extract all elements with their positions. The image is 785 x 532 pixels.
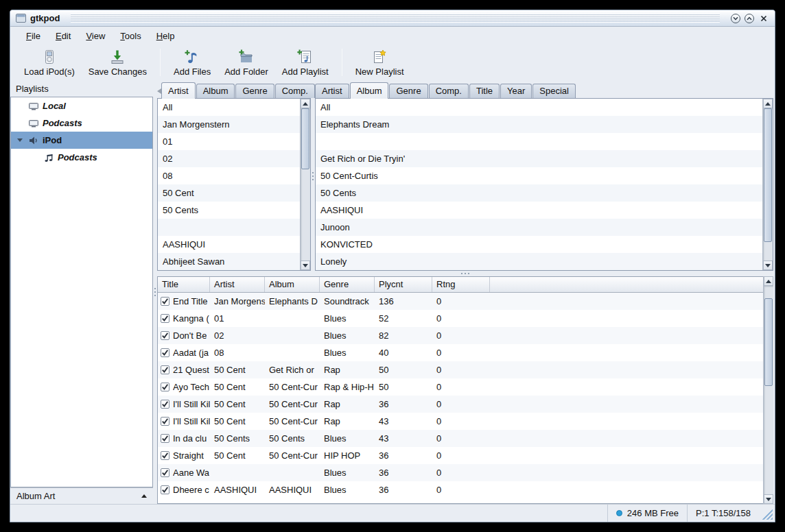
table-row[interactable]: Don't Be 02 Blues 82 0 [158,327,763,344]
tab-artist[interactable]: Artist [315,84,349,98]
table-row[interactable]: Straight 50 Cent 50 Cent-Cur HIP HOP 36 … [158,447,763,464]
filter-item[interactable]: 50 Cents [316,184,762,202]
load-ipod-button[interactable]: Load iPod(s) [17,46,82,79]
filter-item[interactable]: 50 Cents [158,202,300,219]
close-button[interactable] [758,13,769,24]
filter-item[interactable]: Jan Morgenstern [158,116,300,133]
scroll-up-icon[interactable] [301,99,310,108]
tab-album[interactable]: Album [350,82,389,99]
filter-item[interactable] [158,219,300,236]
sidebar-item-label: Podcasts [58,152,97,162]
menu-file[interactable]: File [20,29,47,43]
filter-item[interactable]: Get Rich or Die Tryin' [316,150,762,167]
tab-album[interactable]: Album [196,84,235,98]
track-checkbox[interactable] [161,297,169,306]
column-header-album[interactable]: Album [265,277,320,292]
resize-grip[interactable] [762,509,773,520]
menu-tools[interactable]: Tools [114,29,147,43]
tab-comp[interactable]: Comp. [429,84,469,98]
table-row[interactable]: Kangna ( 01 Blues 52 0 [158,310,763,327]
scroll-down-icon[interactable] [763,261,773,270]
table-row[interactable]: Aane Wa Blues 36 0 [158,464,763,481]
filter-item[interactable]: KONVICTED [316,236,762,253]
track-checkbox[interactable] [161,417,169,426]
filter-item[interactable]: Lonely [316,253,762,270]
sidebar-item-ipod[interactable]: iPod [11,132,152,149]
table-row[interactable]: I'll Still Kil 50 Cent 50 Cent-Cur Rap 4… [158,413,763,430]
filter-item[interactable]: AASHIQUI [316,202,762,219]
menu-edit[interactable]: Edit [49,29,77,43]
table-row[interactable]: End Title Jan Morgens Elephants D Soundt… [158,293,763,310]
table-row[interactable]: In da clu 50 Cents 50 Cents Blues 43 0 [158,430,763,447]
tab-title[interactable]: Title [469,84,500,98]
table-row[interactable]: 21 Quest 50 Cent Get Rich or Rap 50 0 [158,361,763,378]
filter-item[interactable]: Elephants Dream [316,116,762,133]
scroll-down-icon[interactable] [764,494,773,504]
add-folder-button[interactable]: Add Folder [218,46,275,79]
track-checkbox[interactable] [161,485,169,494]
column-header-rtng[interactable]: Rtng [432,277,490,292]
track-checkbox[interactable] [161,400,169,409]
column-header-genre[interactable]: Genre [320,277,375,292]
shade-button[interactable] [731,14,740,23]
track-checkbox[interactable] [161,314,169,323]
filters-table-handle[interactable] [157,271,773,276]
scroll-up-icon[interactable] [763,99,773,108]
track-checkbox[interactable] [161,348,169,357]
filter-item[interactable]: Junoon [316,219,762,236]
expander-icon[interactable] [15,138,25,142]
filter-right-tabstrip: Artist Album Genre Comp. Title Year Spec… [315,82,773,98]
filter-right-scrollbar[interactable] [762,99,773,270]
filter-item[interactable]: 50 Cent [158,184,300,202]
filter-item[interactable]: All [316,99,762,116]
filter-item[interactable]: 50 Cent-Curtis [316,167,762,184]
filter-item[interactable]: All [158,99,300,116]
track-checkbox[interactable] [161,468,169,477]
maximize-button[interactable] [745,14,754,23]
track-genre: Rap & Hip-H [320,382,375,392]
track-album: 50 Cent-Cur [265,416,320,426]
column-header-plycnt[interactable]: Plycnt [375,277,432,292]
scroll-down-icon[interactable] [301,261,310,270]
filter-item[interactable]: 02 [158,150,300,167]
track-checkbox[interactable] [161,434,169,443]
sidebar-item-local[interactable]: Local [11,97,152,114]
display-icon [28,101,39,112]
titlebar[interactable]: gtkpod [10,10,775,27]
tab-genre[interactable]: Genre [389,84,427,98]
track-checkbox[interactable] [161,451,169,460]
menu-help[interactable]: Help [150,29,181,43]
table-row[interactable]: Ayo Tech 50 Cent 50 Cent-Cur Rap & Hip-H… [158,378,763,396]
track-table-scrollbar[interactable] [763,276,773,504]
scroll-up-icon[interactable] [764,276,773,286]
filter-item[interactable]: AASHIQUI [158,236,300,253]
filter-item[interactable]: 01 [158,133,300,150]
tab-comp[interactable]: Comp. [275,84,315,98]
tab-artist[interactable]: Artist [161,82,196,99]
save-changes-button[interactable]: Save Changes [82,46,154,79]
tab-special[interactable]: Special [532,84,576,98]
album-art-toggle[interactable]: Album Art [10,487,153,504]
free-space-indicator: 246 MB Free [607,505,687,522]
track-checkbox[interactable] [161,365,169,374]
tab-year[interactable]: Year [500,84,532,98]
add-playlist-button[interactable]: Add Playlist [275,46,336,79]
tab-genre[interactable]: Genre [235,84,274,98]
new-playlist-button[interactable]: New Playlist [349,46,411,79]
menu-view[interactable]: View [80,29,111,43]
filter-item[interactable]: 08 [158,167,300,184]
table-row[interactable]: Dheere c AASHIQUI AASHIQUI Blues 36 0 [158,481,763,498]
track-checkbox[interactable] [161,383,169,391]
column-header-title[interactable]: Title [158,277,210,292]
add-playlist-icon [297,49,314,65]
sidebar-item-ipod-podcasts[interactable]: Podcasts [11,149,152,166]
table-row[interactable]: I'll Still Kil 50 Cent 50 Cent-Cur Rap 3… [158,396,763,413]
track-checkbox[interactable] [161,331,169,340]
table-row[interactable]: Aadat (ja 08 Blues 40 0 [158,344,763,361]
add-files-button[interactable]: Add Files [167,46,218,79]
filter-item[interactable] [316,133,762,150]
sidebar-item-podcasts[interactable]: Podcasts [11,114,152,132]
column-header-artist[interactable]: Artist [210,277,265,292]
filter-item[interactable]: Abhijeet Sawan [158,253,300,270]
filter-left-scrollbar[interactable] [300,99,310,270]
